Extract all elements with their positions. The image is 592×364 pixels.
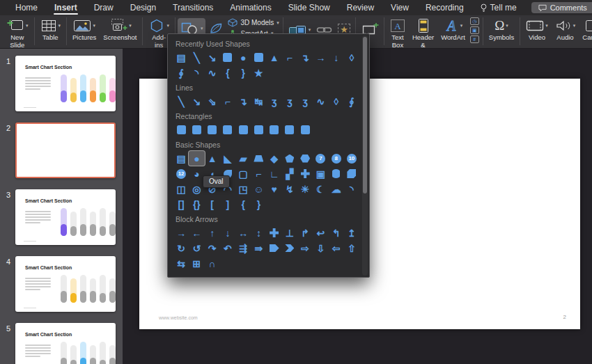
- shape-bevel[interactable]: ◫: [173, 182, 189, 196]
- shape-right-triangle[interactable]: ◣: [220, 151, 235, 166]
- shape-snip-and-round-single-corner-rectangle[interactable]: [251, 122, 266, 137]
- shape-star[interactable]: ★: [251, 65, 266, 80]
- shape-up-down-arrow[interactable]: ↕: [251, 225, 266, 240]
- shape-elbow-connector[interactable]: ⌐: [220, 94, 235, 109]
- shape-curved-up-arrow[interactable]: ↷: [205, 241, 220, 255]
- menu-item-slide-show[interactable]: Slide Show: [280, 0, 338, 15]
- shape-curved-right-arrow[interactable]: ↻: [173, 241, 189, 255]
- wordart-button[interactable]: A ▾ WordArt: [437, 17, 469, 42]
- shape-isosceles-triangle[interactable]: ▲: [205, 151, 220, 166]
- shape-scribble[interactable]: ∮: [173, 65, 189, 80]
- menu-item-animations[interactable]: Animations: [221, 0, 279, 15]
- shape-regular-pentagon[interactable]: [282, 151, 297, 166]
- shape-freeform[interactable]: ◊: [344, 50, 359, 65]
- shape-rounded-rectangle[interactable]: [251, 50, 266, 65]
- shape-elbow-arrow-connector[interactable]: ↴: [235, 94, 251, 109]
- shape-snip-same-side-corner-rectangle[interactable]: [220, 122, 235, 137]
- shape-elbow-arrow-connector[interactable]: ↴: [297, 50, 313, 65]
- shape-cross[interactable]: [297, 166, 313, 181]
- shape-folded-corner[interactable]: ◳: [235, 182, 251, 196]
- menu-item-recording[interactable]: Recording: [417, 0, 472, 15]
- shape-trapezoid[interactable]: [251, 151, 266, 166]
- shape-arc[interactable]: ◝: [189, 65, 204, 80]
- menu-item-design[interactable]: Design: [122, 0, 164, 15]
- shape-dodecagon[interactable]: 12: [173, 166, 189, 181]
- shape-curved-arrow-connector[interactable]: ʒ: [282, 94, 297, 109]
- shape-curve[interactable]: ∿: [313, 94, 328, 109]
- shape-striped-right-arrow[interactable]: ⇶: [235, 241, 251, 255]
- shape-text-box[interactable]: ▤: [173, 151, 189, 166]
- shape-rounded-rectangle[interactable]: [189, 122, 204, 137]
- shape-left-brace[interactable]: {: [220, 65, 235, 80]
- slide-thumbnail-3[interactable]: Smart Chart Section: [15, 189, 116, 245]
- 3d-models-button[interactable]: 3D Models ▾: [228, 18, 279, 27]
- shape-line[interactable]: ╲: [173, 94, 189, 109]
- shape-arc[interactable]: ◝: [344, 182, 359, 196]
- shape-rectangle[interactable]: [173, 122, 189, 137]
- menu-item-tell-me[interactable]: Tell me: [472, 0, 525, 15]
- shape-sun[interactable]: ☀: [297, 182, 313, 196]
- shape-snip-single-corner-rectangle[interactable]: [205, 122, 220, 137]
- shape-up-arrow-callout[interactable]: ⇧: [344, 241, 359, 255]
- shape-hexagon[interactable]: [297, 151, 313, 166]
- shape-oval[interactable]: ●: [189, 151, 204, 166]
- menu-item-insert[interactable]: Insert: [46, 0, 86, 15]
- shape-right-arrow[interactable]: →: [313, 50, 328, 65]
- shape-half-frame[interactable]: ⌐: [251, 166, 266, 181]
- shape-cube[interactable]: [344, 166, 359, 181]
- shape-down-arrow-callout[interactable]: ⇩: [313, 241, 328, 255]
- menu-item-transitions[interactable]: Transitions: [164, 0, 221, 15]
- slide-thumbnail-5[interactable]: Smart Chart Section: [15, 323, 116, 364]
- table-button[interactable]: ▾ Table: [37, 17, 65, 42]
- slide-thumbnail-2[interactable]: [15, 122, 116, 178]
- date-time-button[interactable]: ◷: [470, 17, 479, 25]
- shape-round-same-side-corner-rectangle[interactable]: [282, 122, 297, 137]
- shape-plaque[interactable]: ▣: [313, 166, 328, 181]
- shape-circular-arrow[interactable]: ∩: [205, 256, 220, 271]
- shape-right-arrow[interactable]: →: [173, 225, 189, 240]
- shape-curved-down-arrow[interactable]: ↶: [220, 241, 235, 255]
- pictures-button[interactable]: ▾ Pictures: [69, 17, 100, 42]
- new-slide-button[interactable]: ▾ New Slide: [3, 17, 32, 49]
- shape-round-diagonal-corner-rectangle[interactable]: [297, 122, 313, 137]
- shape-oval[interactable]: ●: [235, 50, 251, 65]
- shape-line-arrow[interactable]: ↘: [189, 94, 204, 109]
- shape-notched-right-arrow[interactable]: ⇛: [251, 241, 266, 255]
- shape-quad-arrow[interactable]: [267, 225, 282, 240]
- shape-snip-diagonal-corner-rectangle[interactable]: [235, 122, 251, 137]
- shape-left-brace[interactable]: {: [235, 197, 251, 212]
- shape-curved-left-arrow[interactable]: ↺: [189, 241, 204, 255]
- shape-left-bracket[interactable]: [: [205, 197, 220, 212]
- shape-curved-connector[interactable]: ʒ: [267, 94, 282, 109]
- shape-diagonal-stripe[interactable]: ▞: [282, 166, 297, 181]
- shape-right-brace[interactable]: }: [251, 197, 266, 212]
- shape-l-shape[interactable]: ∟: [267, 166, 282, 181]
- screenshot-button[interactable]: ▾ Screenshot: [100, 17, 140, 42]
- shape-chevron-arrow[interactable]: [282, 241, 297, 255]
- shape-rectangle[interactable]: [220, 50, 235, 65]
- shape-right-arrow-callout[interactable]: ⇨: [297, 241, 313, 255]
- slide-thumbnail-4[interactable]: Smart Chart Section: [15, 256, 116, 312]
- shape-right-bracket[interactable]: ]: [220, 197, 235, 212]
- shape-parallelogram[interactable]: ▰: [235, 151, 251, 166]
- shape-line-arrow[interactable]: ↘: [205, 50, 220, 65]
- shape-left-right-arrow-callout[interactable]: ⇆: [173, 256, 189, 271]
- shape-double-bracket[interactable]: []: [173, 197, 189, 212]
- shape-isosceles-triangle[interactable]: ▲: [267, 50, 282, 65]
- slide-number-button[interactable]: #: [470, 35, 479, 43]
- shape-quad-arrow-callout[interactable]: ⊞: [189, 256, 204, 271]
- shape-up-arrow[interactable]: ↑: [205, 225, 220, 240]
- shape-heptagon[interactable]: 7: [313, 151, 328, 166]
- shape-curve[interactable]: ∿: [205, 65, 220, 80]
- menu-item-review[interactable]: Review: [338, 0, 382, 15]
- cameo-button[interactable]: Cameo: [579, 17, 592, 42]
- menu-item-view[interactable]: View: [382, 0, 417, 15]
- shape-freeform[interactable]: ◊: [329, 94, 344, 109]
- shape-lightning-bolt[interactable]: ↯: [282, 182, 297, 196]
- shape-cloud[interactable]: ☁: [329, 182, 344, 196]
- video-button[interactable]: ▾ Video: [522, 17, 552, 42]
- shape-right-brace[interactable]: }: [235, 65, 251, 80]
- audio-button[interactable]: ▾ Audio: [552, 17, 579, 42]
- shape-bent-up-arrow[interactable]: ↥: [344, 225, 359, 240]
- shape-round-single-corner-rectangle[interactable]: [267, 122, 282, 137]
